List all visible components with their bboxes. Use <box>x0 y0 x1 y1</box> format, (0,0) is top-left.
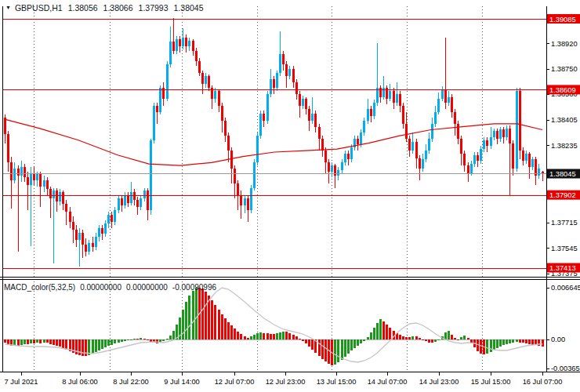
svg-text:1.38045: 1.38045 <box>549 170 576 178</box>
svg-text:1.38609: 1.38609 <box>549 86 576 94</box>
ohlc-close-value: 1.38045 <box>174 3 204 13</box>
svg-text:14 Jul 23:00: 14 Jul 23:00 <box>419 378 459 386</box>
svg-text:1.38750: 1.38750 <box>551 65 578 73</box>
svg-text:1.37902: 1.37902 <box>549 191 576 199</box>
svg-text:13 Jul 15:00: 13 Jul 15:00 <box>317 378 357 386</box>
svg-text:8 Jul 22:00: 8 Jul 22:00 <box>113 378 149 386</box>
svg-text:1.38405: 1.38405 <box>551 116 578 124</box>
svg-text:1.38920: 1.38920 <box>551 40 578 48</box>
svg-text:1.38235: 1.38235 <box>551 142 578 150</box>
chart-header: ▼ GBPUSD,H1 1.38056 1.38066 1.37993 1.38… <box>5 3 204 13</box>
symbol-timeframe-label: GBPUSD,H1 <box>15 3 63 13</box>
svg-text:16 Jul 07:00: 16 Jul 07:00 <box>523 378 563 386</box>
grid-lines <box>34 6 483 370</box>
svg-text:15 Jul 15:00: 15 Jul 15:00 <box>471 378 511 386</box>
svg-text:12 Jul 23:00: 12 Jul 23:00 <box>266 378 306 386</box>
macd-value-3: -0.00090996 <box>172 283 216 292</box>
svg-text:1.39085: 1.39085 <box>549 16 576 24</box>
svg-text:7 Jul 2021: 7 Jul 2021 <box>5 378 38 386</box>
svg-text:8 Jul 06:00: 8 Jul 06:00 <box>62 378 98 386</box>
macd-indicator-header: MACD_color(5,32,5) 0.00000000 0.00000000… <box>4 283 216 292</box>
macd-indicator-name: MACD_color(5,32,5) <box>4 283 75 292</box>
macd-value-2: 0.00000000 <box>126 283 168 292</box>
svg-text:0.0066450: 0.0066450 <box>551 284 580 292</box>
ohlc-low-value: 1.37993 <box>139 3 169 13</box>
svg-text:14 Jul 07:00: 14 Jul 07:00 <box>368 378 408 386</box>
time-axis: 7 Jul 20218 Jul 06:008 Jul 22:009 Jul 14… <box>5 372 563 386</box>
panel-borders <box>0 6 580 372</box>
price-level-lines <box>2 20 546 269</box>
svg-text:1.37545: 1.37545 <box>551 245 578 252</box>
ohlc-open-value: 1.38056 <box>68 3 98 13</box>
trading-chart-window: 1.389201.387501.385801.384051.382351.377… <box>0 0 580 392</box>
svg-text:1.37413: 1.37413 <box>549 264 576 272</box>
svg-text:9 Jul 14:00: 9 Jul 14:00 <box>164 378 200 386</box>
ohlc-high-value: 1.38066 <box>103 3 133 13</box>
svg-text:12 Jul 07:00: 12 Jul 07:00 <box>215 378 255 386</box>
symbol-dropdown-arrow-icon: ▼ <box>5 5 11 10</box>
svg-text:1.37715: 1.37715 <box>551 219 578 227</box>
svg-text:0.00: 0.00 <box>551 336 565 343</box>
macd-value-1: 0.00000000 <box>80 283 121 292</box>
svg-text:-0.0036521: -0.0036521 <box>551 365 580 372</box>
chart-canvas[interactable]: 1.389201.387501.385801.384051.382351.377… <box>0 0 580 392</box>
price-axis: 1.389201.387501.385801.384051.382351.377… <box>546 40 578 278</box>
macd-histogram <box>4 288 544 365</box>
macd-axis: 0.00664500.00-0.0036521 <box>546 284 580 372</box>
